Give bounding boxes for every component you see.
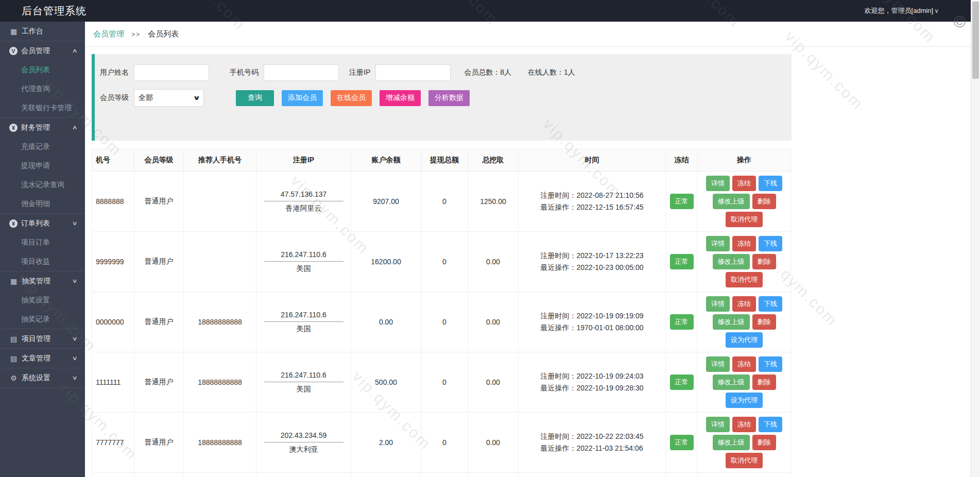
sidebar-item-workbench[interactable]: ▦工作台: [0, 22, 85, 41]
delete-button[interactable]: 删除: [752, 314, 776, 330]
cell-balance: 2.00: [351, 413, 421, 473]
sidebar-group-finance-management: ¥财务管理∧充值记录提现申请流水记录查询佣金明细: [0, 118, 85, 214]
sidebar-item-lottery-management[interactable]: ▦抽奖管理∨: [0, 271, 85, 291]
cell-level: 普通用户: [134, 413, 184, 473]
sidebar-group-order-list: ¥订单列表∨项目订单项目收益: [0, 214, 85, 271]
sidebar-group-member-management: V会员管理∧会员列表代理查询关联银行卡管理: [0, 41, 85, 118]
detail-button[interactable]: 详情: [706, 417, 730, 432]
phone-input[interactable]: [264, 64, 339, 81]
user-menu[interactable]: 欢迎您，管理员[admin]∨: [865, 0, 939, 22]
sidebar-item-project-management[interactable]: ▤项目管理∨: [0, 329, 85, 348]
adjust-balance-button[interactable]: 增减余额: [380, 90, 421, 106]
action-buttons: 详情冻结下线修改上级删除设为代理: [701, 296, 787, 348]
cell-actions: 详情冻结下线修改上级删除取消代理: [698, 172, 791, 232]
sidebar-item-member-management[interactable]: V会员管理∧: [0, 41, 85, 60]
time-block: 注册时间：2022-08-27 21:10:56最近操作：2022-12-15 …: [541, 190, 644, 213]
sidebar-subitem[interactable]: 会员列表: [0, 60, 85, 79]
offline-button[interactable]: 下线: [759, 236, 782, 251]
cell-withdraw-total: 0: [421, 292, 468, 352]
delete-button[interactable]: 删除: [752, 435, 776, 450]
ip-location: 香港阿里云: [259, 201, 349, 213]
query-button[interactable]: 查询: [236, 90, 274, 106]
sidebar-subitem[interactable]: 项目收益: [0, 252, 85, 271]
scrollbar-thumb[interactable]: [972, 2, 979, 79]
status-badge[interactable]: 正常: [670, 314, 694, 330]
scrollbar-track[interactable]: [971, 0, 980, 477]
sidebar-item-system-settings[interactable]: ⚙系统设置∨: [0, 368, 85, 387]
dashboard-icon: ▦: [9, 27, 18, 36]
sidebar-subitem[interactable]: 流水记录查询: [0, 175, 85, 194]
table-row: 7777777普通用户18888888888202.43.234.59澳大利亚2…: [92, 413, 791, 473]
add-member-button[interactable]: 添加会员: [282, 90, 323, 106]
freeze-button[interactable]: 冻结: [732, 176, 756, 191]
freeze-button[interactable]: 冻结: [732, 417, 756, 432]
cell-mined-total: 0.00: [468, 352, 519, 413]
offline-button[interactable]: 下线: [759, 417, 782, 432]
sidebar-subitem[interactable]: 项目订单: [0, 233, 85, 252]
sidebar-subitem[interactable]: 代理查询: [0, 79, 85, 98]
cell-phone: 7777777: [92, 413, 134, 473]
offline-button[interactable]: 下线: [759, 296, 782, 312]
sidebar-subitem[interactable]: 提现申请: [0, 156, 85, 175]
column-header: 时间: [519, 149, 666, 172]
detail-button[interactable]: 详情: [706, 356, 730, 372]
modify-parent-button[interactable]: 修改上级: [713, 435, 750, 450]
analyze-data-button[interactable]: 分析数据: [428, 90, 470, 106]
offline-button[interactable]: 下线: [759, 176, 782, 191]
breadcrumb-parent-link[interactable]: 会员管理: [93, 29, 124, 38]
sidebar-group-workbench: ▦工作台: [0, 22, 85, 41]
action-buttons: 详情冻结下线修改上级删除取消代理: [701, 236, 787, 287]
member-level-select[interactable]: 全部 ∨: [134, 89, 204, 107]
detail-button[interactable]: 详情: [706, 236, 730, 251]
cell-level: 普通用户: [134, 352, 184, 413]
chevron-up-icon: ∧: [72, 47, 77, 54]
sidebar-subitem[interactable]: 抽奖设置: [0, 291, 85, 310]
status-badge[interactable]: 正常: [670, 435, 694, 450]
cell-register-ip: 216.247.110.6美国: [256, 292, 351, 352]
status-badge[interactable]: 正常: [670, 374, 694, 390]
agent-toggle-button[interactable]: 取消代理: [726, 453, 763, 468]
cell-withdraw-total: 0: [421, 473, 468, 477]
sidebar-item-article-management[interactable]: ▤文章管理∨: [0, 349, 85, 368]
cell-referrer: 18888888888: [184, 413, 256, 473]
register-time: 注册时间：2022-10-17 13:22:23: [541, 250, 644, 262]
last-operation-time: 最近操作：2022-12-15 16:57:45: [541, 201, 644, 213]
agent-toggle-button[interactable]: 设为代理: [726, 332, 763, 348]
cell-phone: 8888888: [92, 172, 134, 232]
sidebar-subitem[interactable]: 佣金明细: [0, 194, 85, 213]
cell-referrer: [184, 232, 256, 292]
sidebar-subitem[interactable]: 关联银行卡管理: [0, 98, 85, 117]
status-badge[interactable]: 正常: [670, 194, 694, 209]
cell-mined-total: 1250.00: [468, 172, 519, 232]
online-members-button[interactable]: 在线会员: [331, 90, 372, 106]
delete-button[interactable]: 删除: [752, 374, 776, 390]
offline-button[interactable]: 下线: [759, 356, 782, 372]
sidebar-subitem[interactable]: 抽奖记录: [0, 310, 85, 329]
sidebar-subitem[interactable]: 充值记录: [0, 137, 85, 156]
cell-freeze-status: 正常: [666, 292, 698, 352]
modify-parent-button[interactable]: 修改上级: [713, 314, 750, 330]
modify-parent-button[interactable]: 修改上级: [713, 194, 750, 209]
order-icon: ¥: [9, 219, 18, 228]
sidebar-item-finance-management[interactable]: ¥财务管理∧: [0, 118, 85, 137]
detail-button[interactable]: 详情: [706, 176, 730, 191]
modify-parent-button[interactable]: 修改上级: [713, 374, 750, 390]
column-header: 推荐人手机号: [184, 149, 256, 172]
status-badge[interactable]: 正常: [670, 254, 694, 269]
sidebar: ▦工作台V会员管理∧会员列表代理查询关联银行卡管理¥财务管理∧充值记录提现申请流…: [0, 22, 85, 477]
username-input[interactable]: [134, 64, 209, 81]
ip-address: 202.43.234.59: [259, 431, 349, 442]
register-ip-input[interactable]: [375, 64, 451, 81]
freeze-button[interactable]: 冻结: [732, 356, 756, 372]
agent-toggle-button[interactable]: 设为代理: [726, 393, 763, 408]
time-block: 注册时间：2022-10-19 09:24:03最近操作：2022-10-19 …: [541, 370, 644, 394]
detail-button[interactable]: 详情: [706, 296, 730, 312]
freeze-button[interactable]: 冻结: [732, 296, 756, 312]
delete-button[interactable]: 删除: [752, 194, 776, 209]
delete-button[interactable]: 删除: [752, 254, 776, 269]
sidebar-item-order-list[interactable]: ¥订单列表∨: [0, 214, 85, 233]
freeze-button[interactable]: 冻结: [732, 236, 756, 251]
modify-parent-button[interactable]: 修改上级: [713, 254, 750, 269]
agent-toggle-button[interactable]: 取消代理: [726, 212, 763, 227]
agent-toggle-button[interactable]: 取消代理: [726, 272, 763, 287]
